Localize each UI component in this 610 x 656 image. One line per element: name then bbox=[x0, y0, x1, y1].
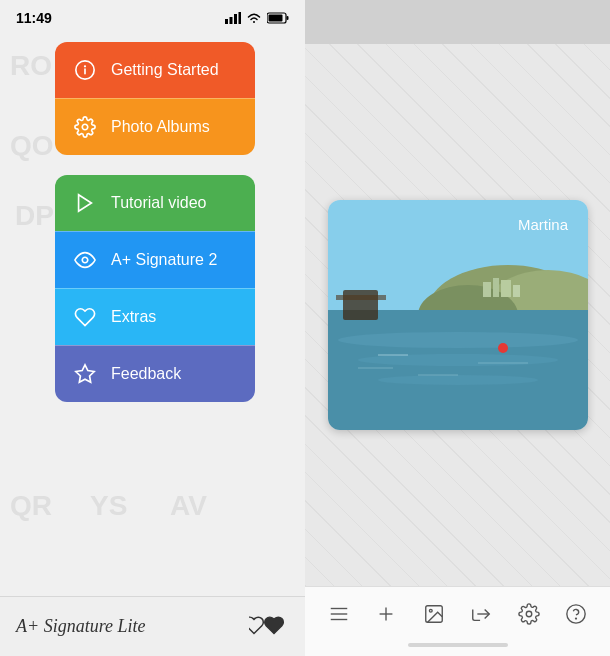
svg-rect-19 bbox=[493, 278, 499, 297]
svg-rect-5 bbox=[287, 16, 289, 20]
add-button[interactable] bbox=[368, 596, 404, 632]
help-icon[interactable] bbox=[558, 596, 594, 632]
photo-label: Martina bbox=[517, 216, 568, 233]
status-icons bbox=[225, 12, 289, 24]
right-top-bar bbox=[305, 0, 610, 44]
svg-point-23 bbox=[338, 332, 578, 348]
svg-marker-13 bbox=[76, 365, 94, 382]
gallery-icon[interactable] bbox=[416, 596, 452, 632]
eye-icon bbox=[71, 246, 99, 274]
photo-card: Martina bbox=[328, 200, 588, 430]
right-content: Martina bbox=[305, 44, 610, 586]
getting-started-item[interactable]: Getting Started bbox=[55, 42, 255, 98]
getting-started-label: Getting Started bbox=[111, 61, 219, 79]
svg-point-39 bbox=[429, 609, 432, 612]
svg-rect-22 bbox=[328, 310, 588, 430]
gear-icon bbox=[71, 113, 99, 141]
svg-marker-11 bbox=[79, 195, 92, 212]
bottom-bar: A+ Signature Lite bbox=[0, 596, 305, 656]
svg-rect-21 bbox=[513, 285, 520, 297]
svg-rect-18 bbox=[483, 282, 491, 297]
menu-icon-toolbar[interactable] bbox=[321, 596, 357, 632]
extras-item[interactable]: Extras bbox=[55, 288, 255, 345]
svg-rect-20 bbox=[501, 280, 511, 297]
svg-point-10 bbox=[82, 124, 88, 130]
heart-icons[interactable] bbox=[249, 613, 289, 640]
home-indicator bbox=[408, 643, 508, 647]
right-toolbar bbox=[305, 586, 610, 640]
battery-icon bbox=[267, 12, 289, 24]
a-plus-signature-item[interactable]: A+ Signature 2 bbox=[55, 231, 255, 288]
extras-label: Extras bbox=[111, 308, 156, 326]
settings-icon[interactable] bbox=[511, 596, 547, 632]
info-icon bbox=[71, 56, 99, 84]
heart-icon bbox=[71, 303, 99, 331]
svg-point-12 bbox=[82, 257, 88, 263]
feedback-item[interactable]: Feedback bbox=[55, 345, 255, 402]
wifi-icon bbox=[246, 12, 262, 24]
status-bar: 11:49 bbox=[0, 0, 305, 32]
svg-rect-6 bbox=[269, 15, 283, 22]
feedback-label: Feedback bbox=[111, 365, 181, 383]
status-time: 11:49 bbox=[16, 10, 52, 26]
tutorial-video-item[interactable]: Tutorial video bbox=[55, 175, 255, 231]
right-panel: Martina bbox=[305, 0, 610, 656]
star-icon bbox=[71, 360, 99, 388]
svg-rect-27 bbox=[343, 290, 378, 320]
svg-point-24 bbox=[358, 354, 558, 366]
share-icon[interactable] bbox=[463, 596, 499, 632]
svg-point-26 bbox=[498, 343, 508, 353]
svg-point-25 bbox=[378, 375, 538, 385]
left-panel: RO HO ER M QO YA ZX DP WT NA QR YS AV 11… bbox=[0, 0, 305, 656]
photo-albums-item[interactable]: Photo Albums bbox=[55, 98, 255, 155]
svg-rect-28 bbox=[336, 295, 386, 300]
svg-point-40 bbox=[526, 611, 532, 617]
tutorial-video-label: Tutorial video bbox=[111, 194, 206, 212]
home-indicator-area bbox=[305, 640, 610, 656]
photo-albums-label: Photo Albums bbox=[111, 118, 210, 136]
menu-group-1: Getting Started Photo Albums bbox=[55, 42, 255, 155]
menu-group-2: Tutorial video A+ Signature 2 Extras bbox=[55, 175, 255, 402]
svg-rect-1 bbox=[230, 17, 233, 24]
photo-scene: Martina bbox=[328, 200, 588, 430]
svg-rect-2 bbox=[234, 14, 237, 24]
a-plus-signature-label: A+ Signature 2 bbox=[111, 251, 217, 269]
left-content: Getting Started Photo Albums bbox=[0, 32, 305, 596]
svg-point-41 bbox=[567, 604, 585, 622]
brand-name: A+ Signature Lite bbox=[16, 616, 145, 637]
svg-rect-0 bbox=[225, 19, 228, 24]
svg-rect-3 bbox=[239, 12, 242, 24]
signal-icon bbox=[225, 12, 241, 24]
play-icon bbox=[71, 189, 99, 217]
